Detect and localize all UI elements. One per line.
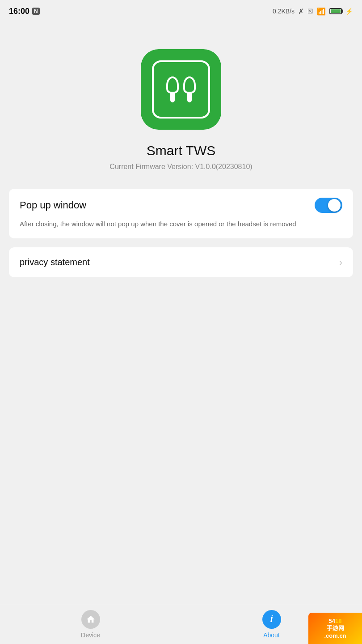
notification-dismiss-icon: ☒	[307, 8, 313, 15]
popup-toggle[interactable]	[315, 198, 342, 213]
popup-label: Pop up window	[20, 199, 86, 211]
earbud-right	[183, 76, 196, 102]
bottom-nav: Device i About	[0, 604, 362, 644]
charging-icon: ⚡	[345, 8, 353, 15]
firmware-version: Current Firmware Version: V1.0.0(2023081…	[109, 163, 252, 171]
about-nav-icon: i	[262, 610, 281, 629]
earbud-top-right	[183, 76, 196, 93]
device-nav-icon	[81, 610, 100, 629]
home-icon	[86, 614, 96, 624]
bluetooth-icon: ✗	[298, 7, 304, 16]
n-notification-icon: N	[32, 8, 40, 15]
status-icons: 0.2KB/s ✗ ☒ 📶 ⚡	[273, 7, 353, 16]
network-speed: 0.2KB/s	[273, 8, 295, 15]
privacy-label: privacy statement	[20, 257, 90, 267]
earbud-top-left	[166, 76, 179, 93]
earbud-stem-left	[170, 93, 175, 102]
privacy-card[interactable]: privacy statement ›	[9, 247, 353, 277]
status-time-area: 16:00 N	[9, 7, 40, 16]
nav-item-device[interactable]: Device	[0, 610, 181, 639]
toggle-knob	[328, 199, 341, 212]
app-icon	[141, 49, 221, 130]
app-title: Smart TWS	[147, 143, 215, 158]
earbud-stem-right	[187, 93, 192, 102]
status-bar: 16:00 N 0.2KB/s ✗ ☒ 📶 ⚡	[0, 0, 362, 22]
watermark: 5418手游网.com.cn	[308, 613, 362, 644]
device-nav-label: Device	[81, 631, 100, 639]
main-content: Smart TWS Current Firmware Version: V1.0…	[0, 22, 362, 295]
popup-window-card: Pop up window After closing, the window …	[9, 189, 353, 238]
wifi-icon: 📶	[317, 7, 326, 16]
chevron-right-icon: ›	[339, 257, 342, 267]
battery-icon	[329, 8, 342, 14]
info-icon: i	[270, 614, 273, 624]
clock: 16:00	[9, 7, 29, 16]
watermark-text: 5418手游网.com.cn	[324, 618, 346, 639]
privacy-row[interactable]: privacy statement ›	[9, 247, 353, 277]
earbud-left	[166, 76, 179, 102]
tws-icon-inner	[152, 60, 210, 119]
popup-description: After closing, the window will not pop u…	[20, 219, 342, 229]
about-nav-label: About	[263, 631, 280, 639]
popup-row: Pop up window	[20, 198, 342, 213]
